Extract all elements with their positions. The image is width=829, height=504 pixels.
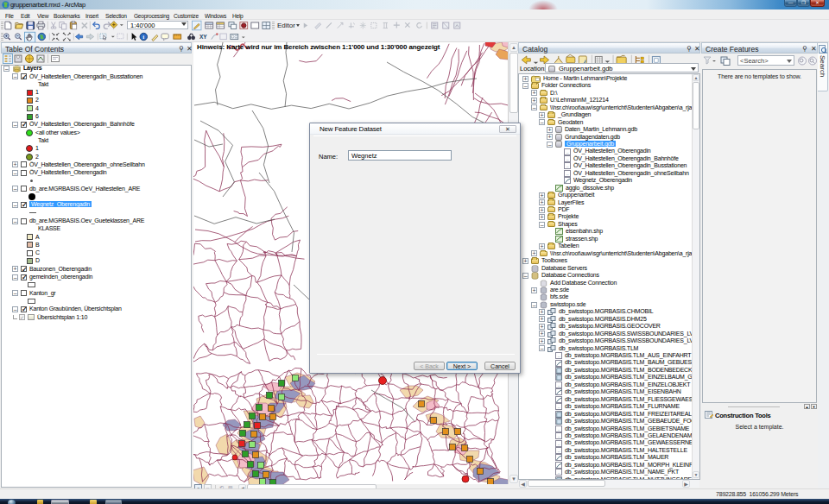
svg-text:i: i — [142, 34, 144, 40]
svg-text:XY: XY — [199, 34, 207, 40]
